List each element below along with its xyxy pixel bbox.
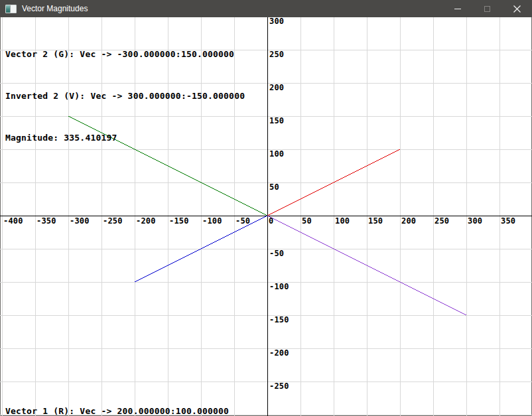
x-tick-label: -100 — [202, 216, 222, 226]
window-controls — [442, 0, 532, 17]
y-tick-label: 100 — [269, 149, 284, 159]
x-tick-label: -300 — [70, 216, 90, 226]
x-tick-label: 200 — [401, 216, 416, 226]
maximize-button[interactable] — [472, 0, 502, 17]
y-tick-label: -250 — [269, 381, 289, 391]
x-tick-label: 150 — [368, 216, 383, 226]
close-button[interactable] — [502, 0, 532, 17]
vector2-annotation-block: Vector 2 (G): Vec -> -300.000000:150.000… — [5, 19, 245, 173]
titlebar[interactable]: Vector Magnitudes — [0, 0, 532, 17]
inverted2-info-line: Inverted 2 (V): Vec -> 300.000000:-150.0… — [5, 89, 245, 103]
x-tick-label: -350 — [36, 216, 56, 226]
x-tick-label: 50 — [302, 216, 312, 226]
y-tick-label: -100 — [269, 282, 289, 291]
x-tick-label: 350 — [501, 216, 515, 226]
vector1-info-line: Vector 1 (R): Vec -> 200.000000:100.0000… — [5, 404, 250, 416]
y-tick-label: -150 — [269, 315, 289, 324]
maximize-icon — [484, 6, 490, 12]
window-title: Vector Magnitudes — [22, 4, 442, 13]
vector2-info-line: Vector 2 (G): Vec -> -300.000000:150.000… — [5, 47, 245, 61]
app-icon-right-pane — [11, 5, 16, 13]
y-tick-label: 300 — [269, 17, 284, 26]
vector2-magnitude-line: Magnitude: 335.410197 — [5, 131, 245, 145]
plot-area: -400-350-300-250-200-150-100-50050100150… — [0, 17, 532, 416]
x-tick-label: -150 — [169, 216, 189, 226]
x-tick-label: 250 — [434, 216, 449, 226]
x-tick-label: -400 — [3, 216, 23, 226]
app-icon-left-pane — [6, 5, 11, 13]
x-tick-label: 100 — [335, 216, 350, 226]
x-tick-label: -50 — [235, 216, 250, 226]
vector1-annotation-block: Vector 1 (R): Vec -> 200.000000:100.0000… — [5, 376, 250, 416]
y-tick-label: 200 — [269, 83, 284, 92]
x-tick-label: 300 — [468, 216, 482, 226]
x-tick-label: -250 — [103, 216, 123, 226]
x-tick-label: 0 — [269, 216, 273, 226]
y-tick-label: 250 — [269, 50, 284, 59]
minimize-icon — [454, 9, 461, 9]
minimize-button[interactable] — [442, 0, 472, 17]
y-tick-label: -200 — [269, 348, 289, 358]
app-window-icon — [5, 5, 17, 13]
y-tick-label: 150 — [269, 116, 284, 125]
app-window: Vector Magnitudes -400-350-300-250-200-1… — [0, 0, 532, 416]
x-tick-label: -200 — [136, 216, 156, 226]
close-icon — [513, 5, 521, 13]
y-tick-label: 50 — [269, 182, 279, 192]
y-tick-label: -50 — [269, 249, 284, 258]
